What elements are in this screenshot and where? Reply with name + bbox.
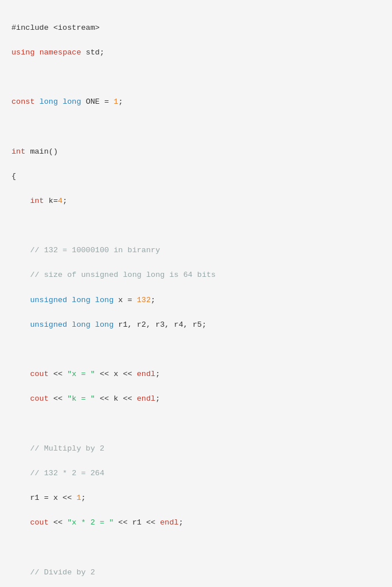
cout-3: cout — [30, 518, 48, 527]
line-13: unsigned long long r1, r2, r3, r4, r5; — [11, 319, 381, 331]
num-132: 132 — [137, 296, 151, 304]
endl-2: endl — [137, 394, 155, 403]
line-19: // 132 * 2 = 264 — [11, 467, 381, 480]
comment-1: // 132 = 10000100 in biranry — [30, 246, 160, 255]
line-8: int k=4; — [11, 195, 381, 208]
kw-namespace: namespace — [40, 48, 81, 57]
kw-using: using — [11, 48, 35, 57]
line-5 — [11, 120, 381, 133]
kw-const: const — [11, 97, 35, 106]
line-12: unsigned long long x = 132; — [11, 294, 381, 307]
str-2: "k = " — [67, 394, 95, 403]
kw-unsigned1: unsigned — [30, 296, 67, 304]
line-18: // Multiply by 2 — [11, 443, 381, 455]
line-20: r1 = x << 1; — [11, 492, 381, 504]
comment-3: // Multiply by 2 — [30, 444, 104, 453]
line-7: { — [11, 170, 381, 183]
line-6: int main() — [11, 146, 381, 158]
line-16: cout << "k = " << k << endl; — [11, 393, 381, 405]
comment-4: // 132 * 2 = 264 — [30, 469, 104, 478]
comment-2: // size of unsigned long long is 64 bits — [30, 271, 215, 279]
line-3 — [11, 71, 381, 84]
str-1: "x = " — [67, 370, 95, 378]
kw-long3: long — [72, 296, 90, 304]
kw-int2: int — [30, 197, 44, 205]
endl-1: endl — [137, 370, 155, 378]
line-1: #include <iostream> — [11, 22, 381, 34]
kw-long6: long — [95, 320, 113, 329]
line-10: // 132 = 10000100 in biranry — [11, 244, 381, 257]
str-3: "x * 2 = " — [67, 518, 113, 527]
code-editor: #include <iostream> using namespace std;… — [11, 9, 381, 587]
line-2: using namespace std; — [11, 46, 381, 59]
line-11: // size of unsigned long long is 64 bits — [11, 269, 381, 281]
line-9 — [11, 220, 381, 232]
line-22 — [11, 542, 381, 554]
preproc-include: #include <iostream> — [11, 24, 100, 32]
endl-3: endl — [160, 518, 178, 527]
line-4: const long long ONE = 1; — [11, 96, 381, 108]
line-14 — [11, 343, 381, 356]
kw-long1: long — [40, 97, 58, 106]
cout-1: cout — [30, 370, 48, 378]
kw-long2: long — [62, 97, 81, 106]
line-15: cout << "x = " << x << endl; — [11, 368, 381, 381]
comment-5: // Divide by 2 — [30, 568, 95, 577]
cout-2: cout — [30, 394, 48, 403]
kw-int: int — [11, 147, 25, 156]
num-1: 1 — [113, 97, 118, 106]
kw-unsigned2: unsigned — [30, 320, 67, 329]
line-23: // Divide by 2 — [11, 566, 381, 579]
num-1b: 1 — [76, 494, 81, 502]
kw-long4: long — [95, 296, 113, 304]
line-17 — [11, 418, 381, 431]
line-21: cout << "x * 2 = " << r1 << endl; — [11, 516, 381, 529]
num-4: 4 — [58, 197, 62, 205]
kw-long5: long — [72, 320, 90, 329]
